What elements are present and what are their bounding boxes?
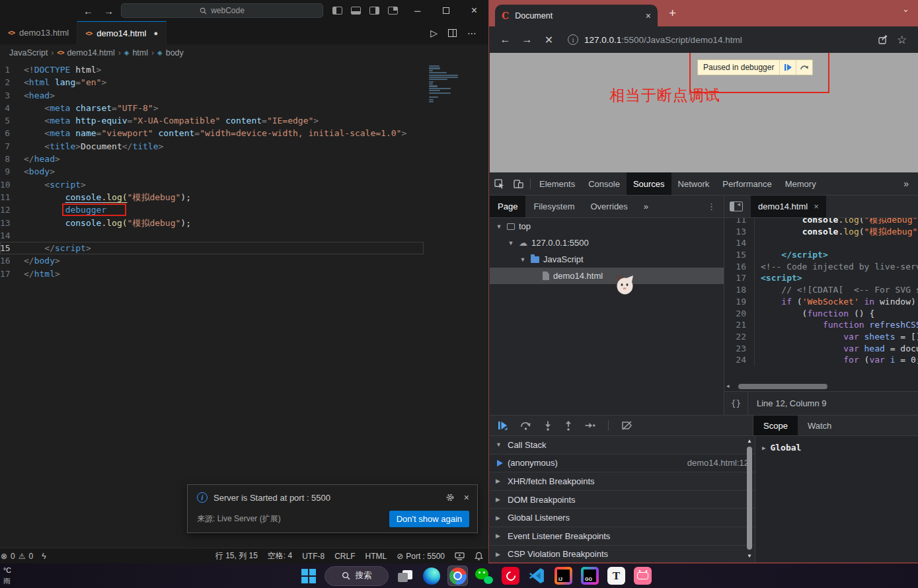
tree-item-host[interactable]: ▼☁127.0.0.1:5500 (490, 235, 724, 251)
step-over-button[interactable] (796, 60, 812, 75)
section-global-listeners[interactable]: ▶Global Listeners (490, 509, 755, 527)
weather-widget[interactable]: °C 雨 (3, 565, 11, 586)
intellij-idea-icon[interactable]: IJ (553, 566, 574, 586)
panel-tab-network[interactable]: Network (671, 172, 716, 195)
line-number[interactable]: 7 (0, 140, 24, 153)
scrollbar-thumb[interactable] (747, 447, 752, 550)
section-dom-breakpoints[interactable]: ▶DOM Breakpoints (490, 491, 755, 509)
tree-item-file[interactable]: demo14.html (490, 268, 724, 284)
vscode-editor-line[interactable]: 17</html> (0, 268, 424, 280)
netease-music-icon[interactable] (500, 566, 521, 586)
tab-watch[interactable]: Watch (798, 416, 841, 435)
gear-icon[interactable] (445, 493, 455, 502)
pretty-print-button[interactable]: {} (724, 392, 748, 415)
vscode-editor[interactable]: 1<!DOCTYPE html>2<html lang="en">3<head>… (0, 61, 488, 548)
devtools-source-line[interactable]: 19 if ('WebSocket' in window) { (724, 296, 918, 308)
devtools-source-line[interactable]: 11 console.log("模拟debug"); (724, 218, 918, 226)
line-number[interactable]: 15 (724, 249, 755, 261)
frame-location[interactable]: demo14.html:12 (687, 458, 749, 468)
toggle-sidebar-icon[interactable] (332, 7, 342, 15)
vertical-scrollbar[interactable]: ▲ ▼ (746, 437, 754, 562)
minimap[interactable] (429, 65, 459, 103)
section-csp-violation-breakpoints[interactable]: ▶CSP Violation Breakpoints (490, 546, 755, 562)
devtools-source-line[interactable]: 15 </script> (724, 249, 918, 261)
line-number[interactable]: 1 (0, 63, 24, 76)
taskbar-search[interactable]: 搜索 (325, 566, 389, 586)
scroll-up-icon[interactable]: ▲ (747, 438, 752, 444)
line-number[interactable]: 2 (0, 76, 24, 89)
line-number[interactable]: 24 (724, 354, 755, 366)
address-bar[interactable]: 127.0.0.1:5500/JavaScript/demo14.html (584, 35, 742, 45)
line-number[interactable]: 15 (0, 242, 24, 254)
line-number[interactable]: 11 (724, 218, 755, 226)
scope-global-item[interactable]: ▶Global (755, 436, 918, 453)
tab-scope[interactable]: Scope (753, 416, 798, 435)
vscode-editor-line[interactable]: 8</head> (0, 153, 424, 165)
vscode-editor-line[interactable]: 16</body> (0, 254, 424, 267)
back-icon[interactable]: ← (83, 5, 93, 17)
kebab-menu-icon[interactable]: ⋮ (699, 196, 724, 217)
devtools-source-line[interactable]: 20 (function () { (724, 308, 918, 320)
devtools-source-line[interactable]: 24 for (var i = 0; i < sheets.length; ++… (724, 354, 918, 366)
scrollbar-thumb[interactable] (738, 384, 827, 389)
breadcrumb-file[interactable]: demo14.html (67, 48, 114, 57)
vscode-editor-line[interactable]: 1<!DOCTYPE html> (0, 63, 424, 76)
minimize-button[interactable]: ─ (403, 0, 432, 21)
cursor-position[interactable]: 行 15, 列 15 (215, 550, 258, 562)
modified-dot-icon[interactable]: ● (153, 29, 158, 37)
vscode-editor-line[interactable]: 9<body> (0, 165, 424, 178)
resume-script-icon[interactable] (498, 421, 508, 430)
vscode-editor-line[interactable]: 14 (0, 229, 424, 242)
nav-tab-page[interactable]: Page (490, 196, 525, 217)
hide-navigator-icon[interactable] (730, 202, 743, 211)
bilibili-icon[interactable] (632, 566, 653, 586)
devtools-source-line[interactable]: 21 function refreshCSS() { (724, 319, 918, 331)
breadcrumb-folder[interactable]: JavaScript (9, 48, 48, 57)
tab-demo14[interactable]: <> demo14.html ● (77, 21, 167, 44)
line-number[interactable]: 11 (0, 191, 24, 203)
split-editor-icon[interactable] (448, 29, 457, 37)
line-number[interactable]: 4 (0, 102, 24, 114)
close-button[interactable]: × (460, 0, 488, 21)
line-number[interactable]: 16 (0, 254, 24, 267)
site-info-icon[interactable]: i (568, 34, 578, 45)
horizontal-scrollbar[interactable]: ◂ (724, 382, 918, 391)
breadcrumb-symbol-html[interactable]: html (132, 48, 148, 57)
windows-start-button[interactable] (298, 566, 319, 586)
line-number[interactable]: 20 (724, 308, 755, 320)
inspect-element-icon[interactable] (490, 172, 509, 195)
nav-tab-overrides[interactable]: Overrides (583, 196, 636, 217)
scroll-down-icon[interactable]: ▼ (747, 553, 752, 559)
more-actions-icon[interactable]: ⋯ (467, 28, 477, 38)
lightning-icon[interactable]: ϟ (42, 552, 46, 561)
source-file-tab[interactable]: demo14.html × (751, 196, 826, 217)
vscode-editor-line[interactable]: 10 <script> (0, 178, 424, 191)
line-number[interactable]: 14 (724, 237, 755, 249)
line-number[interactable]: 8 (0, 153, 24, 165)
devtools-source-line[interactable]: 14 (724, 237, 918, 249)
devtools-source-line[interactable]: 17<script> (724, 272, 918, 284)
customize-layout-icon[interactable] (388, 7, 398, 15)
wechat-icon[interactable] (474, 566, 494, 586)
call-stack-frame[interactable]: (anonymous) demo14.html:12 (490, 455, 755, 473)
bell-icon[interactable] (475, 552, 483, 561)
vscode-editor-line[interactable]: 2<html lang="en"> (0, 76, 424, 89)
browser-tab[interactable]: C Document × (495, 5, 658, 26)
breadcrumb-symbol-body[interactable]: body (166, 48, 184, 57)
line-number[interactable]: 9 (0, 165, 24, 178)
deactivate-breakpoints-icon[interactable] (621, 421, 633, 430)
line-number[interactable]: 6 (0, 127, 24, 139)
close-tab-icon[interactable]: × (646, 11, 651, 21)
line-number[interactable]: 17 (724, 272, 755, 284)
vscode-editor-line[interactable]: 6 <meta name="viewport" content="width=d… (0, 127, 424, 139)
panel-tab-performance[interactable]: Performance (716, 172, 778, 195)
resume-script-button[interactable] (779, 60, 796, 75)
vscode-editor-line[interactable]: 4 <meta charset="UTF-8"> (0, 102, 424, 114)
line-number[interactable]: 14 (0, 229, 24, 242)
nav-tab-filesystem[interactable]: Filesystem (525, 196, 582, 217)
problems-indicator[interactable]: ⊗0 ⚠0 ϟ (1, 552, 46, 561)
device-toolbar-icon[interactable] (509, 172, 528, 195)
panel-tab-sources[interactable]: Sources (627, 172, 671, 195)
command-center-search[interactable]: webCode (121, 3, 323, 18)
toggle-panel-icon[interactable] (351, 7, 361, 15)
